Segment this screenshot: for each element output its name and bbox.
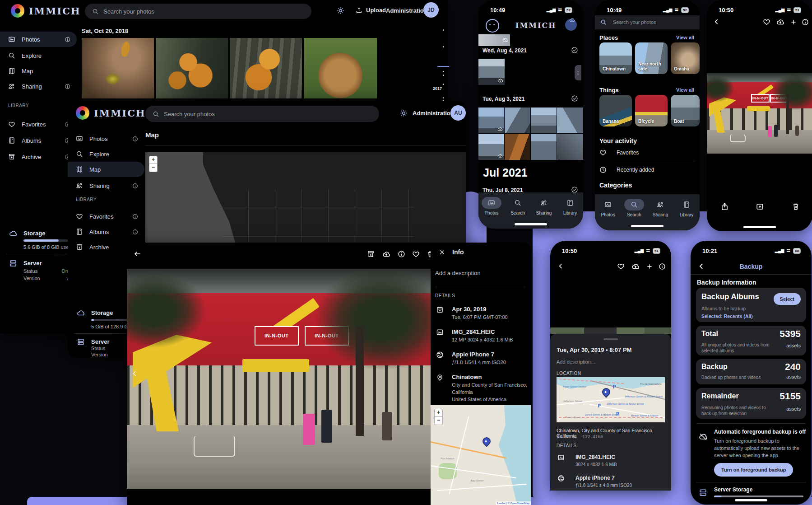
info-button[interactable] [398,250,405,258]
back-button[interactable] [134,250,142,258]
tab-search[interactable]: Search [622,199,647,217]
thing-card-boat[interactable]: Boat [671,95,700,126]
info-button[interactable] [802,19,809,26]
sidebar-item-albums[interactable]: Albums [68,225,144,238]
map-zoom-out-button[interactable]: − [434,416,443,425]
delete-button[interactable] [792,202,800,210]
photo-thumbnail-mushroom-1[interactable] [82,38,154,98]
tab-search[interactable]: Search [505,197,530,215]
photo-thumbnail[interactable] [505,108,530,133]
sidebar-item-albums[interactable]: Albums [0,134,77,147]
location-map[interactable]: The Embarcadero Hyde Street Harbor Jeffe… [557,377,665,422]
upload-cloud-button[interactable] [631,262,640,271]
theme-toggle-icon[interactable] [400,109,408,117]
photo-in-n-out[interactable]: IN-N-OUT IN-N-OUT [127,269,431,489]
search-input[interactable]: Search your photos [613,19,656,25]
sidebar-item-map[interactable]: Map [68,162,144,177]
thing-card-bicycle[interactable]: Bicycle [635,95,668,126]
info-icon[interactable] [132,214,138,220]
immich-face-logo[interactable] [486,19,499,33]
user-avatar[interactable]: JD [423,2,439,18]
immich-logo[interactable] [11,4,24,18]
user-avatar[interactable]: AU [450,105,466,121]
sidebar-item-archive[interactable]: Archive [0,150,77,164]
info-icon[interactable] [65,84,70,89]
scrubber-position-line[interactable] [437,66,449,67]
tab-photos[interactable]: Photos [595,199,621,217]
photo-thumbnail[interactable] [478,108,504,133]
activity-recent-row[interactable]: Recently added [599,166,654,173]
thing-card-banana[interactable]: Banana [599,95,632,126]
tab-sharing[interactable]: Sharing [531,197,557,215]
location-map[interactable]: Fort Mason Bay Street + − Leaflet | © Op… [431,405,531,505]
tab-sharing[interactable]: Sharing [648,199,673,217]
place-card-near-north-side[interactable]: Near north side [635,42,668,74]
scrollbar-thumb[interactable] [575,65,581,80]
info-icon[interactable] [65,37,70,42]
info-icon[interactable] [132,136,138,142]
photo-edge-sliver[interactable] [550,327,671,334]
tab-library[interactable]: Library [674,199,699,217]
activity-favorites-row[interactable]: Favorites [599,149,639,156]
sidebar-item-sharing[interactable]: Sharing [0,79,77,93]
place-card-omaha[interactable]: Omaha [671,42,700,74]
tab-photos[interactable]: Photos [479,197,504,215]
photo-thumbnail[interactable] [557,108,583,133]
administration-link[interactable]: Administration [413,110,454,117]
photo-thumbnail-mushroom-3[interactable] [230,38,302,98]
search-input[interactable]: Search your photos [145,106,379,122]
back-button[interactable] [713,18,720,25]
add-button[interactable] [646,263,653,270]
sheet-drag-handle[interactable] [603,338,618,340]
search-input[interactable]: Search your photos [85,4,311,19]
photo-in-n-out[interactable]: IN-N-OUT IN-N-OUT [707,73,812,154]
photo-thumbnail[interactable] [531,108,557,133]
add-button[interactable] [790,19,797,26]
select-group-checkbox[interactable] [571,95,578,102]
things-view-all-link[interactable]: View all [676,87,694,93]
turn-on-foreground-backup-button[interactable]: Turn on foreground backup [714,463,793,477]
sidebar-item-map[interactable]: Map [0,64,77,78]
sidebar-item-favorites[interactable]: Favorites [0,117,77,131]
description-input[interactable]: Add a description [435,270,480,276]
profile-avatar[interactable] [565,19,577,31]
detail-row-location[interactable]: Chinatown City and County of San Francis… [436,374,527,402]
select-group-checkbox[interactable] [571,47,578,54]
tab-library[interactable]: Library [557,197,583,215]
immich-logo[interactable] [76,106,89,120]
sidebar-item-explore[interactable]: Explore [0,49,77,62]
previous-photo-button[interactable] [131,370,139,377]
description-input[interactable]: Add description... [557,359,595,365]
share-button[interactable] [720,202,729,211]
sidebar-item-photos[interactable]: Photos [68,132,144,145]
favorite-button[interactable] [617,262,625,270]
sidebar-item-favorites[interactable]: Favorites [68,210,144,223]
administration-link[interactable]: Administration [386,7,427,14]
favorite-button[interactable] [412,250,420,258]
download-cloud-button[interactable] [382,250,390,258]
back-button[interactable] [557,262,565,270]
sidebar-item-photos[interactable]: Photos [0,32,77,47]
photo-thumbnail-mushroom-2[interactable] [156,38,228,98]
close-info-button[interactable] [439,249,445,256]
sidebar-item-explore[interactable]: Explore [68,147,144,161]
photo-thumbnail[interactable] [557,134,583,160]
favorite-button[interactable] [763,18,770,26]
info-icon[interactable] [132,229,138,235]
photo-thumbnail[interactable] [478,59,505,85]
select-albums-button[interactable]: Select [774,293,801,305]
sidebar-item-sharing[interactable]: Sharing [68,179,144,192]
info-icon[interactable] [132,183,138,189]
archive-button[interactable] [367,250,375,258]
photo-thumbnail[interactable] [505,134,530,160]
places-view-all-link[interactable]: View all [676,35,694,40]
photo-thumbnail-mushroom-basket[interactable] [304,38,377,98]
map-zoom-out-button[interactable]: − [149,164,158,172]
photo-thumbnail[interactable] [478,134,504,160]
place-card-chinatown[interactable]: Chinatown [599,42,632,74]
photo-thumbnail[interactable] [531,134,557,160]
add-to-album-button[interactable] [756,202,764,211]
photo-thumbnail[interactable] [478,34,510,46]
theme-toggle-icon[interactable] [337,7,344,14]
upload-button[interactable]: Upload [356,7,386,14]
